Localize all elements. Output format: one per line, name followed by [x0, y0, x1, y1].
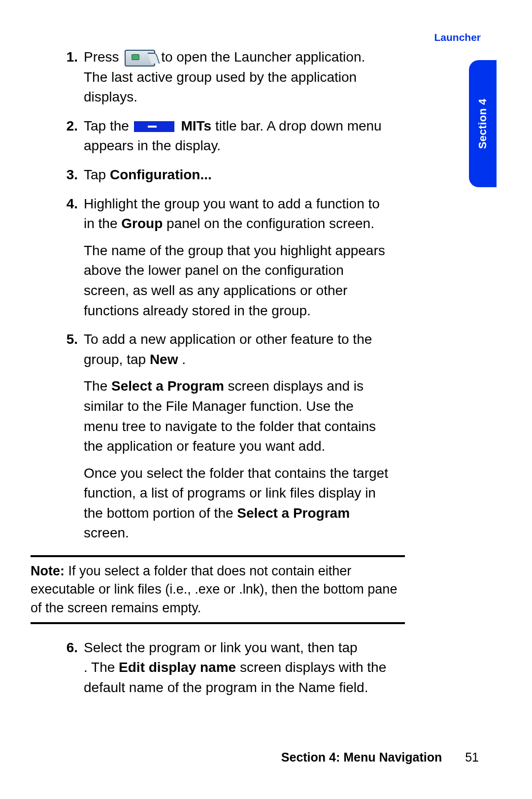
step6-p1a: Select the program or link you want, the… — [84, 640, 361, 655]
manual-page: Launcher Section 4 1. Press to open the … — [0, 0, 532, 799]
step6-edit-display-name-bold: Edit display name — [119, 660, 236, 675]
step-body: Press to open the Launcher application. … — [84, 47, 389, 107]
instruction-list: 1. Press to open the Launcher applicatio… — [54, 47, 389, 543]
step-3: 3. Tap Configuration... — [54, 165, 389, 185]
step-body: Tap the MITs title bar. A drop down menu… — [84, 116, 389, 156]
step1-text-a: Press — [84, 49, 123, 65]
launcher-button-icon — [125, 50, 155, 67]
step-body: Highlight the group you want to add a fu… — [84, 194, 389, 321]
step-number: 6. — [54, 638, 84, 698]
step5-p1c: . — [182, 352, 186, 367]
step-number: 2. — [54, 116, 84, 156]
step-body: To add a new application or other featur… — [84, 330, 389, 543]
step5-select-a-program-bold: Select a Program — [111, 378, 224, 394]
instruction-list-continued: 6. Select the program or link you want, … — [54, 638, 389, 698]
instruction-content: 1. Press to open the Launcher applicatio… — [54, 47, 389, 698]
page-footer: Section 4: Menu Navigation 51 — [281, 750, 479, 765]
step2-text-a: Tap the — [84, 118, 133, 133]
note-text: If you select a folder that does not con… — [31, 564, 397, 615]
footer-section-label: Section 4: Menu Navigation — [281, 750, 442, 764]
step4-group-bold: Group — [121, 216, 163, 231]
step-4: 4. Highlight the group you want to add a… — [54, 194, 389, 321]
step-number: 5. — [54, 330, 84, 543]
note-block: Note: If you select a folder that does n… — [31, 555, 405, 624]
step4-p1c: panel on the configuration screen. — [166, 216, 374, 231]
header-topic-label: Launcher — [434, 32, 481, 43]
step-5: 5. To add a new application or other fea… — [54, 330, 389, 543]
step6-p1b: . The — [84, 660, 119, 675]
step5-p1a: To add a new application or other featur… — [84, 332, 372, 367]
step5-p3c: screen. — [84, 525, 129, 540]
note-label: Note: — [31, 564, 68, 578]
step2-mits-bold: MITs — [181, 118, 211, 133]
step3-configuration-bold: Configuration... — [110, 167, 212, 182]
mits-titlebar-icon — [134, 121, 174, 132]
section-side-tab: Section 4 — [469, 60, 497, 187]
step4-p2: The name of the group that you highlight… — [84, 241, 389, 321]
step5-p2a: The — [84, 378, 111, 394]
step-number: 3. — [54, 165, 84, 185]
section-side-tab-label: Section 4 — [476, 99, 489, 149]
step-number: 1. — [54, 47, 84, 107]
step5-new-bold: New — [150, 352, 178, 367]
step6-missing-icon-gap — [361, 640, 384, 655]
step5-select-a-program-bold-2: Select a Program — [237, 505, 350, 521]
step-body: Select the program or link you want, the… — [84, 638, 389, 698]
step-1: 1. Press to open the Launcher applicatio… — [54, 47, 389, 107]
step-6: 6. Select the program or link you want, … — [54, 638, 389, 698]
footer-page-number: 51 — [465, 750, 479, 765]
step-number: 4. — [54, 194, 84, 321]
step-2: 2. Tap the MITs title bar. A drop down m… — [54, 116, 389, 156]
step-body: Tap Configuration... — [84, 165, 389, 185]
step3-text-a: Tap — [84, 167, 110, 182]
